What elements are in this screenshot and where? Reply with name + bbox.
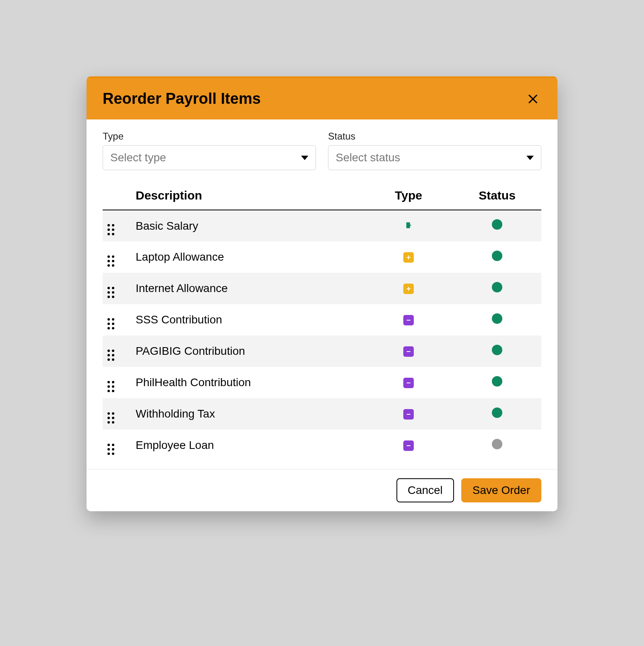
close-icon (527, 93, 539, 105)
row-description: Withholding Tax (131, 398, 364, 430)
col-handle-header (103, 180, 131, 210)
row-status (453, 304, 541, 335)
drag-handle-icon[interactable] (107, 412, 114, 424)
cancel-button[interactable]: Cancel (396, 478, 454, 502)
row-status (453, 398, 541, 430)
caret-down-icon (301, 156, 308, 160)
type-select[interactable]: Select type (103, 145, 316, 170)
row-status (453, 430, 541, 461)
save-order-button[interactable]: Save Order (461, 478, 541, 502)
row-description: Employee Loan (131, 430, 364, 461)
modal-header: Reorder Payroll Items (87, 78, 557, 119)
drag-handle-icon[interactable] (107, 444, 114, 455)
row-description: PhilHealth Contribution (131, 367, 364, 398)
type-minus-icon (403, 346, 414, 357)
status-active-icon (492, 376, 502, 387)
row-type (364, 241, 453, 273)
status-inactive-icon (492, 439, 502, 449)
status-active-icon (492, 345, 502, 355)
table-row[interactable]: SSS Contribution (103, 304, 541, 335)
col-description-header: Description (131, 180, 364, 210)
row-type (364, 210, 453, 241)
payroll-items-table: Description Type Status Basic Salary Lap… (103, 180, 541, 461)
modal-title: Reorder Payroll Items (103, 90, 261, 107)
row-status (453, 367, 541, 398)
type-minus-icon (403, 378, 414, 388)
row-description: Internet Allowance (131, 273, 364, 304)
type-basic-icon (403, 220, 414, 230)
row-status (453, 241, 541, 273)
table-row[interactable]: Employee Loan (103, 430, 541, 461)
caret-down-icon (526, 156, 534, 160)
status-active-icon (492, 313, 502, 324)
type-filter-label: Type (103, 131, 316, 142)
status-select-placeholder: Select status (336, 151, 400, 164)
status-active-icon (492, 219, 502, 230)
row-description: SSS Contribution (131, 304, 364, 335)
row-type (364, 430, 453, 461)
status-active-icon (492, 282, 502, 292)
row-description: Laptop Allowance (131, 241, 364, 273)
table-row[interactable]: PhilHealth Contribution (103, 367, 541, 398)
table-row[interactable]: Withholding Tax (103, 398, 541, 430)
drag-handle-icon[interactable] (107, 287, 114, 298)
row-type (364, 304, 453, 335)
row-type (364, 398, 453, 430)
reorder-payroll-modal: Reorder Payroll Items Type Select type S… (87, 76, 557, 511)
type-minus-icon (403, 315, 414, 325)
type-filter-group: Type Select type (103, 131, 316, 170)
type-plus-icon (403, 252, 414, 263)
drag-handle-icon[interactable] (107, 318, 114, 329)
row-type (364, 367, 453, 398)
status-filter-label: Status (328, 131, 541, 142)
table-row[interactable]: PAGIBIG Contribution (103, 335, 541, 367)
status-active-icon (492, 407, 502, 418)
table-row[interactable]: Internet Allowance (103, 273, 541, 304)
row-status (453, 273, 541, 304)
table-wrap: Description Type Status Basic Salary Lap… (87, 180, 557, 469)
col-status-header: Status (453, 180, 541, 210)
status-filter-group: Status Select status (328, 131, 541, 170)
type-minus-icon (403, 440, 414, 451)
drag-handle-icon[interactable] (107, 224, 114, 235)
type-select-placeholder: Select type (110, 151, 166, 164)
row-type (364, 335, 453, 367)
col-type-header: Type (364, 180, 453, 210)
modal-footer: Cancel Save Order (87, 469, 557, 511)
type-plus-icon (403, 284, 414, 294)
status-active-icon (492, 251, 502, 261)
status-select[interactable]: Select status (328, 145, 541, 170)
drag-handle-icon[interactable] (107, 350, 114, 361)
table-row[interactable]: Basic Salary (103, 210, 541, 241)
table-row[interactable]: Laptop Allowance (103, 241, 541, 273)
drag-handle-icon[interactable] (107, 381, 114, 392)
row-description: PAGIBIG Contribution (131, 335, 364, 367)
row-description: Basic Salary (131, 210, 364, 241)
row-type (364, 273, 453, 304)
drag-handle-icon[interactable] (107, 255, 114, 267)
row-status (453, 210, 541, 241)
type-minus-icon (403, 409, 414, 420)
filters-row: Type Select type Status Select status (87, 119, 557, 180)
row-status (453, 335, 541, 367)
close-button[interactable] (524, 91, 541, 107)
